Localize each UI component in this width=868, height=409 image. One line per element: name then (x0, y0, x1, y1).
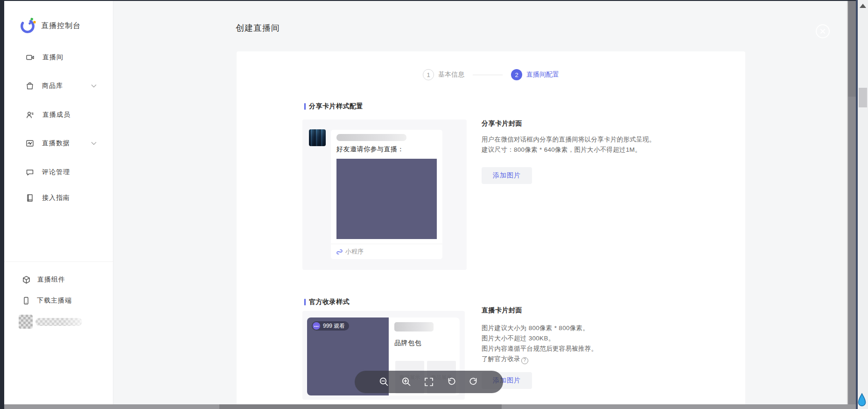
miniprogram-link-icon (336, 249, 343, 255)
cube-icon (22, 275, 31, 284)
info-line: 图片建议大小为 800像素 * 800像素。 (482, 323, 701, 333)
sidebar-item-label: 直播成员 (42, 111, 70, 119)
zoom-in-icon[interactable] (401, 376, 412, 388)
sidebar-item-label: 直播组件 (37, 275, 65, 284)
info-title: 直播卡片封面 (482, 306, 701, 315)
shop-name: 品牌包包 (394, 339, 421, 347)
section-title: 官方收录样式 (309, 298, 350, 306)
sidebar: 直播控制台 直播间 商品库 (4, 1, 113, 404)
chat-avatar-image (309, 129, 326, 146)
sidebar-item-live-room[interactable]: 直播间 (26, 52, 63, 63)
chevron-down-icon (91, 84, 97, 88)
info-line: 用户在微信对话框内分享的直播间将以分享卡片的形式呈现。 (482, 134, 701, 145)
sidebar-item-label: 下载主播端 (37, 296, 72, 305)
image-preview-toolbar (355, 371, 503, 393)
sidebar-item-live-components[interactable]: 直播组件 (22, 275, 65, 285)
horizontal-scrollbar-thumb[interactable] (219, 404, 502, 409)
live-console-logo-icon (19, 17, 36, 35)
share-cover-info: 分享卡片封面 用户在微信对话框内分享的直播间将以分享卡片的形式呈现。 建议尺寸：… (482, 120, 701, 184)
close-button[interactable] (816, 24, 830, 38)
step-indicator: 1 基本信息 2 直播间配置 (237, 69, 745, 80)
viewer-count: 999 观看 (323, 322, 345, 330)
data-chart-icon (26, 139, 34, 148)
sidebar-item-download-host-app[interactable]: 下载主播端 (22, 296, 72, 306)
phone-icon (22, 296, 30, 305)
guide-book-icon (26, 194, 34, 202)
info-line: 建议尺寸：800像素 * 640像素，图片大小不得超过1M。 (482, 145, 701, 155)
sidebar-divider (4, 261, 113, 262)
app-title: 直播控制台 (41, 21, 81, 31)
sidebar-item-live-data[interactable]: 直播数据 (26, 138, 70, 148)
sidebar-item-label: 商品库 (42, 82, 63, 90)
scroll-up-arrow-icon[interactable] (860, 4, 866, 8)
help-link-text[interactable]: 了解官方收录 (482, 355, 520, 362)
section-accent-bar (304, 299, 306, 305)
step-2-label: 直播间配置 (526, 71, 559, 79)
host-scrollbar-thumb[interactable] (859, 88, 867, 107)
user-account-row[interactable] (19, 315, 82, 329)
sidebar-item-integration-guide[interactable]: 接入指南 (26, 193, 70, 203)
main-content: 创建直播间 1 基本信息 2 直播间配置 (113, 1, 847, 404)
step-2: 2 直播间配置 (511, 69, 559, 80)
info-title: 分享卡片封面 (482, 120, 701, 128)
member-icon (26, 111, 35, 119)
sidebar-item-label: 接入指南 (42, 194, 70, 202)
page-vertical-scrollbar[interactable] (847, 1, 856, 404)
share-card-section-header: 分享卡片样式配置 (304, 102, 363, 111)
viewer-count-badge: ••• 999 观看 (312, 321, 349, 331)
comment-icon (26, 168, 34, 176)
video-camera-icon (26, 53, 35, 62)
sidebar-item-label: 评论管理 (42, 168, 70, 176)
step-connector (473, 75, 503, 75)
add-share-image-button[interactable]: 添加图片 (482, 167, 532, 184)
sidebar-item-live-members[interactable]: 直播成员 (26, 110, 70, 120)
info-line-help: 了解官方收录? (482, 354, 701, 364)
shopping-bag-icon (26, 82, 34, 90)
step-1: 1 基本信息 (423, 69, 464, 80)
miniprogram-label: 小程序 (345, 247, 364, 256)
step-1-circle: 1 (423, 69, 434, 80)
share-card-bubble: 好友邀请你参与直播： 小程序 (331, 130, 442, 259)
app-window: 直播控制台 直播间 商品库 (4, 1, 856, 409)
page-title: 创建直播间 (236, 22, 280, 34)
pointer-cursor-icon (857, 393, 867, 409)
live-status-icon: ••• (313, 322, 320, 330)
info-line: 图片大小不超过 300KB。 (482, 333, 701, 344)
section-accent-bar (304, 103, 306, 110)
share-card-preview-panel: 好友邀请你参与直播： 小程序 (302, 120, 467, 270)
fullscreen-icon[interactable] (423, 376, 434, 388)
blurred-username (35, 318, 82, 326)
blurred-sender-name (336, 134, 406, 141)
section-title: 分享卡片样式配置 (309, 102, 363, 111)
sidebar-item-product-library[interactable]: 商品库 (26, 81, 63, 91)
create-live-room-card: 1 基本信息 2 直播间配置 分享卡片样式配置 好友邀请你参与直播： (237, 51, 745, 404)
invite-text: 好友邀请你参与直播： (336, 145, 404, 154)
sidebar-item-comment-management[interactable]: 评论管理 (26, 167, 70, 177)
blurred-room-title (394, 322, 434, 331)
live-cover-info: 直播卡片封面 图片建议大小为 800像素 * 800像素。 图片大小不超过 30… (482, 306, 701, 389)
close-icon (820, 28, 826, 34)
rotate-right-icon[interactable] (468, 376, 479, 388)
official-listing-section-header: 官方收录样式 (304, 298, 350, 306)
logo-row: 直播控制台 (19, 17, 81, 35)
avatar (19, 315, 33, 329)
bubble-footer: 小程序 (331, 244, 442, 259)
sidebar-item-label: 直播间 (42, 53, 63, 62)
host-vertical-scrollbar[interactable] (858, 0, 868, 409)
rotate-left-icon[interactable] (446, 376, 457, 388)
info-line: 图片内容遵循平台规范后更容易被推荐。 (482, 344, 701, 354)
page-horizontal-scrollbar[interactable] (4, 404, 856, 409)
step-2-circle: 2 (511, 69, 522, 80)
step-1-label: 基本信息 (438, 71, 464, 79)
chevron-down-icon (91, 141, 97, 145)
sidebar-item-label: 直播数据 (42, 139, 70, 148)
zoom-out-icon[interactable] (378, 376, 390, 388)
question-circle-icon[interactable]: ? (521, 357, 528, 364)
share-cover-placeholder-image (336, 159, 437, 239)
